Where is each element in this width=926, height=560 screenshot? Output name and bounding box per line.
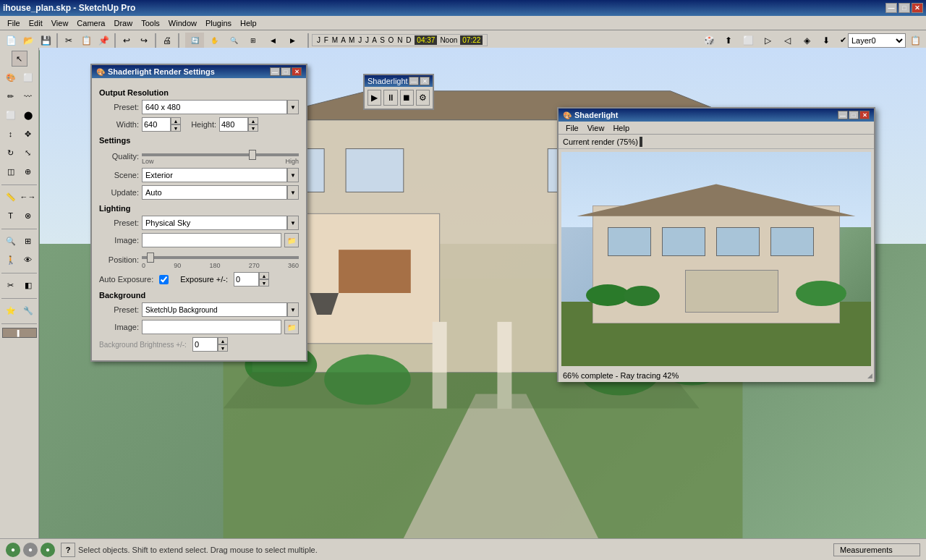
scene-arrow[interactable]: ▼ [287,168,299,182]
move-tool[interactable]: ✥ [20,126,36,142]
exposure-down[interactable]: ▼ [259,279,269,287]
bg-preset-value[interactable]: SketchUp Background [142,302,287,317]
left-view[interactable]: ◈ [797,33,816,48]
menu-window[interactable]: Window [164,17,201,29]
tape-tool[interactable]: 📏 [3,189,19,205]
render-stop-button[interactable]: ⏹ [400,90,414,106]
position-camera[interactable]: ▌ [2,328,37,338]
sl-close[interactable]: ✕ [420,77,430,85]
iso-view[interactable]: 🎲 [700,33,718,48]
help-button[interactable]: ? [61,543,75,557]
rotate-tool[interactable]: ↻ [3,145,19,161]
paste-button[interactable]: 📌 [95,33,111,48]
menu-draw[interactable]: Draw [109,17,137,29]
bg-brightness-down[interactable]: ▼ [218,344,228,352]
menu-camera[interactable]: Camera [72,17,109,29]
look-tool[interactable]: 👁 [20,252,36,268]
lighting-preset-arrow[interactable]: ▼ [287,216,299,230]
height-input[interactable] [219,117,248,132]
push-pull-tool[interactable]: ↕ [3,126,19,142]
minimize-button[interactable]: — [885,3,897,13]
line-tool[interactable]: ✏ [3,88,19,104]
rw-close[interactable]: ✕ [859,111,870,119]
rw-menu-help[interactable]: Help [608,123,634,133]
bg-preset-arrow[interactable]: ▼ [287,302,299,317]
width-down[interactable]: ▼ [171,124,181,132]
back-view[interactable]: ◁ [778,33,797,48]
render-settings-button[interactable]: ⚙ [416,90,430,106]
position-slider-thumb[interactable] [147,253,154,263]
axes-tool[interactable]: ⊗ [20,208,36,224]
auto-exposure-checkbox[interactable] [159,275,169,284]
update-value[interactable]: Auto [142,185,287,200]
undo-button[interactable]: ↩ [119,33,135,48]
status-icon3[interactable]: ● [41,543,55,557]
section2-tool[interactable]: ◧ [20,277,36,293]
bg-brightness-input[interactable] [192,337,218,352]
text-tool[interactable]: T [3,208,19,224]
rw-titlebar[interactable]: 🎨 Shaderlight — □ ✕ [558,109,874,122]
cut-button[interactable]: ✂ [61,33,77,48]
rw-minimize[interactable]: — [838,111,848,119]
close-button[interactable]: ✕ [912,3,923,13]
eraser-tool[interactable]: ⬜ [20,69,36,85]
front-view[interactable]: ⬜ [739,33,757,48]
rectangle-tool[interactable]: ⬜ [3,107,19,123]
menu-help[interactable]: Help [236,17,261,29]
height-up[interactable]: ▲ [248,117,258,124]
menu-tools[interactable]: Tools [137,17,164,29]
walk-tool[interactable]: 🚶 [3,252,19,268]
bg-brightness-up[interactable]: ▲ [218,337,228,344]
preset-arrow[interactable]: ▼ [287,100,299,114]
lighting-browse-button[interactable]: 📁 [284,233,299,247]
rw-resize-handle[interactable]: ◢ [867,372,872,379]
sl-small-titlebar[interactable]: Shaderlight — ✕ [365,75,433,87]
bg-browse-button[interactable]: 📁 [284,320,299,334]
render-play-button[interactable]: ▶ [368,90,381,106]
top-view[interactable]: ⬆ [719,33,738,48]
sl-minimize[interactable]: — [409,77,419,85]
orbit-button[interactable]: 🔄 [185,33,204,48]
render-dialog-titlebar[interactable]: 🎨 Shaderlight Render Settings — □ ✕ [92,65,306,78]
bottom-view[interactable]: ⬇ [817,33,836,48]
rw-menu-view[interactable]: View [583,123,609,133]
plugin-tool1[interactable]: ⭐ [3,302,19,318]
dimension-tool[interactable]: ←→ [20,189,36,205]
open-button[interactable]: 📂 [20,33,36,48]
paint-tool[interactable]: 🎨 [3,69,19,85]
right-view[interactable]: ▷ [758,33,777,48]
menu-view[interactable]: View [47,17,73,29]
previous-view-button[interactable]: ◀ [263,33,282,48]
maximize-button[interactable]: □ [899,3,910,13]
menu-edit[interactable]: Edit [25,17,47,29]
follow-me-tool[interactable]: ⊕ [20,164,36,179]
lighting-image-input[interactable] [142,233,281,247]
scale-tool[interactable]: ⤡ [20,145,36,161]
update-arrow[interactable]: ▼ [287,185,299,200]
offset-tool[interactable]: ◫ [3,164,19,179]
pan-button[interactable]: ✋ [205,33,224,48]
rd-minimize[interactable]: — [270,67,280,76]
zoom-tool2[interactable]: 🔍 [3,233,19,249]
zoom-window-tool[interactable]: ⊞ [20,233,36,249]
exposure-up[interactable]: ▲ [259,272,269,279]
bg-image-input[interactable] [142,320,281,334]
width-input[interactable] [142,117,171,132]
new-button[interactable]: 📄 [3,33,19,48]
select-tool[interactable]: ↖ [12,51,27,67]
render-pause-button[interactable]: ⏸ [383,90,397,106]
zoom-extent-button[interactable]: ⊞ [244,33,263,48]
quality-slider-thumb[interactable] [249,150,256,160]
preset-value[interactable]: 640 x 480 [142,100,287,114]
rw-menu-file[interactable]: File [561,123,583,133]
circle-tool[interactable]: ⬤ [20,107,36,123]
rd-close[interactable]: ✕ [292,67,302,76]
status-icon1[interactable]: ● [6,543,20,557]
width-up[interactable]: ▲ [171,117,181,124]
layers-button[interactable]: 📋 [907,33,923,48]
height-down[interactable]: ▼ [248,124,258,132]
arc-tool[interactable]: 〰 [20,88,36,104]
menu-plugins[interactable]: Plugins [201,17,236,29]
lighting-preset-value[interactable]: Physical Sky [142,216,287,230]
copy-button[interactable]: 📋 [78,33,94,48]
